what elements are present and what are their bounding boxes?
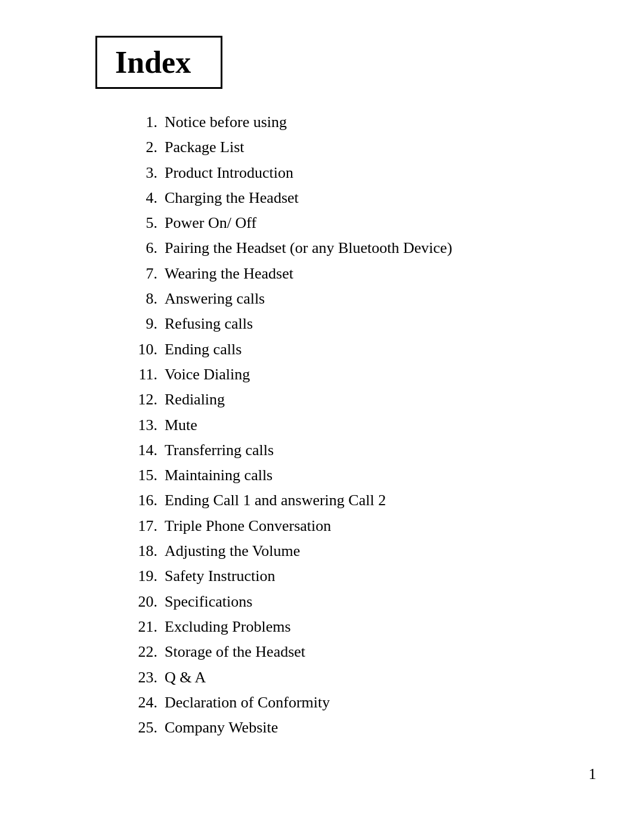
item-label: Pairing the Headset (or any Bluetooth De… — [165, 239, 452, 256]
item-number: 13. — [131, 413, 157, 437]
list-item: 23.Q & A — [131, 666, 596, 690]
item-label: Product Introduction — [165, 164, 293, 181]
list-item: 21.Excluding Problems — [131, 615, 596, 639]
item-number: 25. — [131, 716, 157, 740]
item-number: 10. — [131, 338, 157, 361]
item-label: Notice before using — [165, 113, 287, 131]
item-number: 2. — [131, 135, 157, 159]
item-number: 17. — [131, 514, 157, 538]
item-label: Triple Phone Conversation — [165, 517, 331, 534]
list-item: 10.Ending calls — [131, 338, 596, 361]
item-number: 9. — [131, 312, 157, 336]
item-number: 24. — [131, 691, 157, 715]
list-item: 22.Storage of the Headset — [131, 640, 596, 664]
item-number: 23. — [131, 666, 157, 690]
list-item: 1.Notice before using — [131, 110, 596, 134]
item-number: 4. — [131, 186, 157, 210]
list-item: 3.Product Introduction — [131, 161, 596, 185]
item-label: Transferring calls — [165, 441, 274, 459]
item-label: Adjusting the Volume — [165, 542, 300, 559]
list-item: 17.Triple Phone Conversation — [131, 514, 596, 538]
page-title: Index — [115, 45, 191, 79]
list-item: 7.Wearing the Headset — [131, 262, 596, 286]
item-label: Redialing — [165, 391, 225, 408]
item-label: Voice Dialing — [165, 366, 250, 383]
list-item: 14.Transferring calls — [131, 438, 596, 462]
list-item: 15.Maintaining calls — [131, 463, 596, 487]
item-number: 20. — [131, 590, 157, 614]
item-number: 15. — [131, 463, 157, 487]
item-label: Storage of the Headset — [165, 643, 305, 660]
item-number: 7. — [131, 262, 157, 286]
item-label: Ending calls — [165, 341, 242, 358]
list-item: 11.Voice Dialing — [131, 363, 596, 387]
item-number: 12. — [131, 388, 157, 412]
item-label: Answering calls — [165, 290, 265, 307]
list-item: 19.Safety Instruction — [131, 564, 596, 588]
list-item: 12.Redialing — [131, 388, 596, 412]
item-label: Company Website — [165, 719, 278, 736]
item-label: Safety Instruction — [165, 567, 275, 585]
item-number: 22. — [131, 640, 157, 664]
list-item: 4.Charging the Headset — [131, 186, 596, 210]
page: Index 1.Notice before using2.Package Lis… — [0, 0, 644, 813]
list-item: 6.Pairing the Headset (or any Bluetooth … — [131, 236, 596, 260]
item-number: 16. — [131, 489, 157, 512]
list-item: 24.Declaration of Conformity — [131, 691, 596, 715]
item-number: 8. — [131, 287, 157, 311]
list-item: 5.Power On/ Off — [131, 211, 596, 235]
item-label: Declaration of Conformity — [165, 694, 330, 711]
item-number: 21. — [131, 615, 157, 639]
item-number: 3. — [131, 161, 157, 185]
list-item: 8.Answering calls — [131, 287, 596, 311]
item-label: Q & A — [165, 669, 206, 686]
item-number: 1. — [131, 110, 157, 134]
list-item: 16.Ending Call 1 and answering Call 2 — [131, 489, 596, 512]
item-number: 11. — [131, 363, 157, 387]
item-label: Power On/ Off — [165, 214, 256, 231]
item-number: 6. — [131, 236, 157, 260]
list-item: 20.Specifications — [131, 590, 596, 614]
item-label: Mute — [165, 416, 197, 434]
item-number: 14. — [131, 438, 157, 462]
item-number: 5. — [131, 211, 157, 235]
item-label: Specifications — [165, 593, 252, 610]
item-number: 18. — [131, 539, 157, 563]
item-label: Ending Call 1 and answering Call 2 — [165, 491, 386, 509]
list-item: 13.Mute — [131, 413, 596, 437]
title-box: Index — [95, 36, 222, 89]
list-item: 18.Adjusting the Volume — [131, 539, 596, 563]
list-item: 9.Refusing calls — [131, 312, 596, 336]
list-item: 2.Package List — [131, 135, 596, 159]
item-number: 19. — [131, 564, 157, 588]
item-label: Charging the Headset — [165, 189, 299, 206]
item-label: Excluding Problems — [165, 618, 291, 635]
page-number: 1 — [589, 765, 596, 783]
list-item: 25.Company Website — [131, 716, 596, 740]
item-label: Package List — [165, 138, 244, 156]
item-label: Maintaining calls — [165, 466, 273, 484]
item-label: Refusing calls — [165, 315, 253, 332]
item-label: Wearing the Headset — [165, 265, 293, 282]
index-list: 1.Notice before using2.Package List3.Pro… — [131, 110, 596, 740]
